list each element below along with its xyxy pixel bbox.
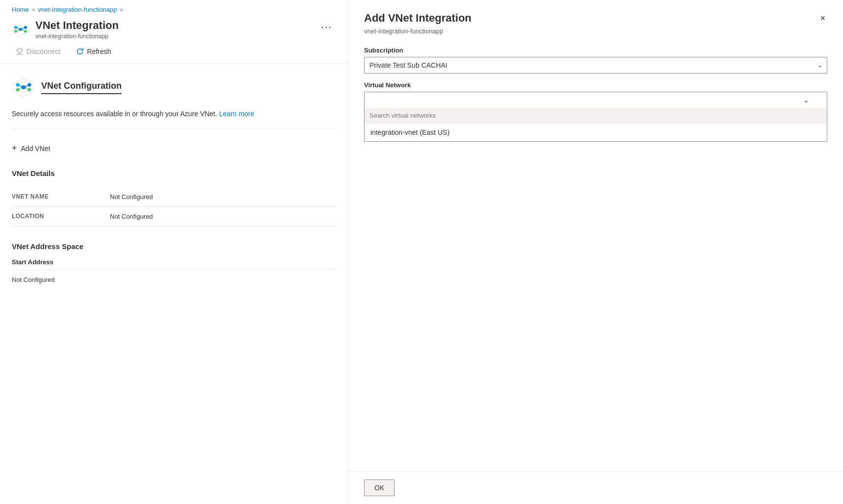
start-address-value: Not Configured: [12, 272, 336, 287]
virtual-network-field: Virtual Network ⌄ integration-vnet (East…: [364, 81, 827, 108]
virtual-network-trigger[interactable]: ⌄: [364, 92, 827, 108]
table-row: VNET NAME Not Configured: [12, 187, 336, 207]
disconnect-icon: [16, 48, 24, 55]
header-left: VNet Integration vnet-integration-functi…: [12, 19, 119, 40]
plus-icon: +: [12, 143, 17, 153]
virtual-network-dropdown: ⌄ integration-vnet (East US): [364, 92, 827, 108]
right-panel: Add VNet Integration × vnet-integration-…: [348, 0, 843, 504]
toolbar: Disconnect Refresh: [0, 40, 348, 64]
refresh-button[interactable]: Refresh: [72, 46, 115, 57]
panel-subtitle: vnet-integration-functionapp: [364, 27, 827, 35]
panel-title: Add VNet Integration: [364, 12, 472, 25]
table-row: LOCATION Not Configured: [12, 207, 336, 227]
add-vnet-button[interactable]: + Add VNet: [12, 139, 50, 157]
panel-header: Add VNet Integration ×: [364, 12, 827, 25]
disconnect-button[interactable]: Disconnect: [12, 46, 64, 57]
address-space-section: VNet Address Space Start Address Not Con…: [12, 242, 336, 287]
svg-line-19: [20, 85, 22, 87]
refresh-icon: [76, 48, 84, 55]
location-label: LOCATION: [12, 213, 110, 220]
address-space-title: VNet Address Space: [12, 242, 336, 251]
vnet-config-logo-icon: [12, 76, 35, 99]
svg-line-7: [17, 27, 19, 29]
virtual-network-chevron-icon: ⌄: [803, 96, 809, 104]
virtual-network-label: Virtual Network: [364, 81, 827, 89]
vnet-config-heading: VNet Configuration: [41, 81, 122, 94]
breadcrumb-app[interactable]: vnet-integration-functionapp: [38, 6, 117, 13]
close-button[interactable]: ×: [818, 12, 827, 25]
left-panel: Home > vnet-integration-functionapp >: [0, 0, 348, 504]
svg-point-14: [22, 85, 26, 89]
breadcrumb: Home > vnet-integration-functionapp >: [0, 0, 348, 17]
subscription-field: Subscription Private Test Sub CACHAI ⌄: [364, 47, 827, 74]
vnet-details-section: VNet Details VNET NAME Not Configured LO…: [12, 169, 336, 227]
subscription-label: Subscription: [364, 47, 827, 54]
svg-line-20: [26, 85, 28, 87]
subscription-select[interactable]: Private Test Sub CACHAI: [364, 57, 827, 74]
svg-point-18: [28, 88, 31, 92]
breadcrumb-sep1: >: [32, 7, 35, 13]
vnet-details-title: VNet Details: [12, 169, 336, 177]
search-virtual-networks-input[interactable]: [365, 108, 827, 124]
header-text: VNet Integration vnet-integration-functi…: [35, 19, 119, 40]
svg-line-21: [20, 87, 22, 90]
ok-button[interactable]: OK: [364, 479, 395, 496]
svg-point-16: [28, 83, 31, 87]
breadcrumb-home[interactable]: Home: [12, 6, 29, 13]
disconnect-label: Disconnect: [26, 48, 60, 55]
page-subtitle: vnet-integration-functionapp: [35, 33, 119, 40]
dropdown-option-integration-vnet[interactable]: integration-vnet (East US): [365, 124, 827, 141]
svg-point-15: [16, 83, 20, 87]
add-vnet-label: Add VNet: [21, 145, 51, 152]
more-options-button[interactable]: ···: [317, 19, 336, 34]
panel-footer: OK: [348, 471, 843, 504]
vnet-name-label: VNET NAME: [12, 193, 110, 200]
subscription-select-wrapper: Private Test Sub CACHAI ⌄: [364, 57, 827, 74]
page-header: VNet Integration vnet-integration-functi…: [0, 17, 348, 40]
start-address-header: Start Address: [12, 254, 336, 270]
location-value: Not Configured: [110, 213, 153, 220]
vnet-logo-icon: [12, 21, 29, 38]
refresh-label: Refresh: [87, 48, 111, 55]
svg-line-10: [22, 29, 24, 31]
svg-point-17: [16, 88, 20, 92]
virtual-network-dropdown-menu: integration-vnet (East US): [364, 108, 827, 142]
vnet-config-header: VNet Configuration: [12, 76, 336, 99]
description-text: Securely access resources available in o…: [12, 109, 336, 129]
svg-point-5: [14, 30, 17, 33]
svg-point-2: [19, 28, 22, 31]
svg-line-22: [26, 87, 28, 90]
vnet-name-value: Not Configured: [110, 193, 153, 201]
learn-more-link[interactable]: Learn more: [219, 110, 255, 118]
page-title: VNet Integration: [35, 19, 119, 32]
svg-point-4: [24, 26, 27, 29]
breadcrumb-sep2: >: [120, 7, 123, 13]
svg-point-6: [24, 30, 27, 33]
content-area: VNet Configuration Securely access resou…: [0, 64, 348, 299]
svg-point-3: [14, 26, 17, 29]
svg-line-9: [17, 29, 19, 31]
svg-line-8: [22, 27, 24, 29]
